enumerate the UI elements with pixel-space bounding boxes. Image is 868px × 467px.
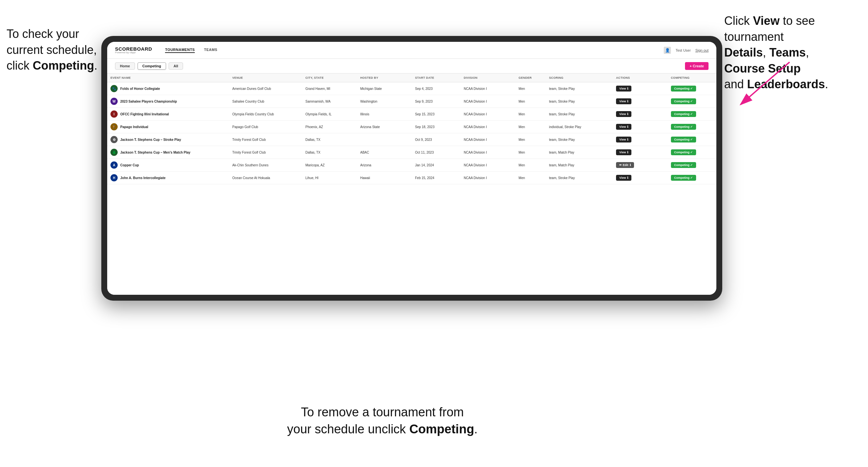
app-header: SCOREBOARD Powered by clippi TOURNAMENTS… [107, 42, 716, 59]
cell-competing: Competing ✓ [668, 95, 716, 108]
col-header-event: EVENT NAME [107, 73, 229, 82]
view-button[interactable]: View ℹ [616, 149, 631, 155]
table-row: 🐾 Folds of Honor Collegiate American Dun… [107, 82, 716, 95]
cell-competing: Competing ✓ [668, 172, 716, 184]
cell-venue: Ocean Course At Hokuala [229, 172, 302, 184]
col-header-city: CITY, STATE [302, 73, 357, 82]
cell-scoring: team, Stroke Play [546, 108, 613, 121]
event-name: 2023 Sahalee Players Championship [120, 100, 177, 103]
team-logo: W [111, 98, 118, 105]
cell-hosted [357, 133, 412, 146]
annotation-bottom: To remove a tournament from your schedul… [268, 404, 497, 438]
competing-button[interactable]: Competing ✓ [671, 124, 696, 130]
cell-event-name: I OFCC Fighting Illini Invitational [107, 108, 229, 121]
cell-division: NCAA Division I [461, 159, 516, 172]
event-name: OFCC Fighting Illini Invitational [120, 113, 169, 116]
cell-city: Sammamish, WA [302, 95, 357, 108]
cell-event-name: 🏌 Papago Individual [107, 121, 229, 133]
tournaments-table: EVENT NAME VENUE CITY, STATE HOSTED BY S… [107, 73, 716, 184]
nav-links: TOURNAMENTS TEAMS [165, 48, 217, 53]
cell-scoring: individual, Stroke Play [546, 121, 613, 133]
cell-competing: Competing ✓ [668, 121, 716, 133]
table-row: A Copper Cup Ak-Chin Southern DunesMaric… [107, 159, 716, 172]
table-row: I OFCC Fighting Illini Invitational Olym… [107, 108, 716, 121]
view-button[interactable]: View ℹ [616, 124, 631, 130]
competing-button[interactable]: Competing ✓ [671, 86, 696, 92]
competing-button[interactable]: Competing ✓ [671, 111, 696, 117]
cell-gender: Men [516, 95, 546, 108]
cell-actions: View ℹ [613, 133, 668, 146]
cell-hosted: Washington [357, 95, 412, 108]
user-icon: 👤 [664, 47, 671, 54]
brand-sub: Powered by clippi [115, 51, 152, 54]
cell-start-date: Oct 9, 2023 [412, 133, 461, 146]
nav-tournaments[interactable]: TOURNAMENTS [165, 48, 195, 53]
nav-teams[interactable]: TEAMS [204, 48, 217, 53]
team-logo: 🐾 [111, 85, 118, 92]
table-row: 🌲 Jackson T. Stephens Cup – Men's Match … [107, 146, 716, 159]
table-row: ⚙ Jackson T. Stephens Cup – Stroke Play … [107, 133, 716, 146]
cell-hosted: ABAC [357, 146, 412, 159]
cell-actions: View ℹ [613, 172, 668, 184]
team-logo: I [111, 111, 118, 118]
view-button[interactable]: View ℹ [616, 111, 631, 117]
cell-gender: Men [516, 82, 546, 95]
cell-division: NCAA Division I [461, 121, 516, 133]
sign-out-link[interactable]: Sign out [695, 49, 709, 52]
cell-division: NCAA Division I [461, 95, 516, 108]
team-logo: 🌲 [111, 149, 118, 156]
cell-city: Dallas, TX [302, 133, 357, 146]
cell-venue: Papago Golf Club [229, 121, 302, 133]
cell-scoring: team, Stroke Play [546, 172, 613, 184]
col-header-scoring: SCORING [546, 73, 613, 82]
cell-start-date: Sep 9, 2023 [412, 95, 461, 108]
cell-event-name: W 2023 Sahalee Players Championship [107, 95, 229, 108]
view-button[interactable]: View ℹ [616, 86, 631, 92]
col-header-competing: COMPETING [668, 73, 716, 82]
competing-button[interactable]: Competing ✓ [671, 162, 696, 168]
cell-scoring: team, Match Play [546, 146, 613, 159]
team-logo: 🏌 [111, 123, 118, 130]
competing-button[interactable]: Competing ✓ [671, 98, 696, 104]
col-header-hosted: HOSTED BY [357, 73, 412, 82]
cell-venue: Trinity Forest Golf Club [229, 146, 302, 159]
cell-start-date: Feb 15, 2024 [412, 172, 461, 184]
competing-button[interactable]: Competing ✓ [671, 136, 696, 143]
cell-competing: Competing ✓ [668, 82, 716, 95]
tablet-shell: SCOREBOARD Powered by clippi TOURNAMENTS… [101, 36, 722, 301]
cell-venue: Trinity Forest Golf Club [229, 133, 302, 146]
view-button[interactable]: View ℹ [616, 175, 631, 181]
cell-event-name: A Copper Cup [107, 159, 229, 172]
cell-scoring: team, Stroke Play [546, 133, 613, 146]
cell-gender: Men [516, 146, 546, 159]
edit-button[interactable]: ✏ Edit ℹ [616, 162, 634, 168]
filter-home[interactable]: Home [115, 62, 135, 70]
cell-city: Dallas, TX [302, 146, 357, 159]
cell-start-date: Sep 15, 2023 [412, 108, 461, 121]
view-button[interactable]: View ℹ [616, 136, 631, 143]
annotation-top-right: Click View to see tournament Details, Te… [724, 13, 862, 92]
cell-venue: Olympia Fields Country Club [229, 108, 302, 121]
cell-gender: Men [516, 121, 546, 133]
table-row: 🏌 Papago Individual Papago Golf ClubPhoe… [107, 121, 716, 133]
cell-city: Lihue, HI [302, 172, 357, 184]
cell-city: Olympia Fields, IL [302, 108, 357, 121]
table-body: 🐾 Folds of Honor Collegiate American Dun… [107, 82, 716, 184]
filter-competing[interactable]: Competing [137, 62, 166, 70]
view-button[interactable]: View ℹ [616, 98, 631, 104]
create-button[interactable]: + Create [685, 62, 709, 70]
cell-city: Maricopa, AZ [302, 159, 357, 172]
cell-start-date: Jan 14, 2024 [412, 159, 461, 172]
cell-gender: Men [516, 133, 546, 146]
cell-division: NCAA Division I [461, 172, 516, 184]
cell-hosted: Illinois [357, 108, 412, 121]
cell-actions: View ℹ [613, 82, 668, 95]
cell-start-date: Sep 18, 2023 [412, 121, 461, 133]
competing-button[interactable]: Competing ✓ [671, 149, 696, 155]
competing-button[interactable]: Competing ✓ [671, 175, 696, 181]
filter-all[interactable]: All [168, 62, 183, 70]
team-logo: A [111, 161, 118, 168]
cell-venue: Sahalee Country Club [229, 95, 302, 108]
cell-scoring: team, Stroke Play [546, 95, 613, 108]
cell-actions: View ℹ [613, 146, 668, 159]
